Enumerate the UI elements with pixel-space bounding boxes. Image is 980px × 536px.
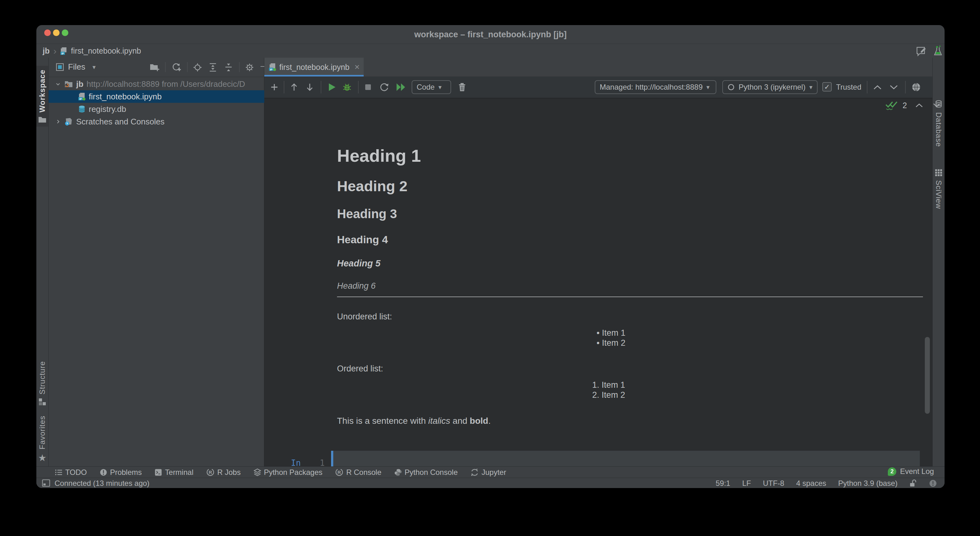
tab-label: first_notebook.ipynb	[279, 63, 350, 72]
left-tool-stripe: Workspace Structure Favorites ★	[37, 58, 49, 466]
markdown-heading-3: Heading 3	[337, 207, 397, 221]
breadcrumb-file[interactable]: first_notebook.ipynb	[71, 46, 141, 56]
svg-text:IP: IP	[62, 52, 64, 55]
kernel-dropdown[interactable]: Python 3 (ipykernel) ▾	[722, 80, 818, 94]
close-tab-icon[interactable]: ×	[355, 62, 360, 72]
move-cell-down-button[interactable]	[305, 76, 314, 98]
experiment-flask-icon[interactable]	[933, 45, 943, 57]
database-tab-label: Database	[934, 112, 943, 147]
markdown-heading-4: Heading 4	[337, 234, 388, 246]
list-item: • Item 2	[597, 338, 625, 348]
ul-item-2: Item 2	[602, 338, 625, 348]
files-panel-title[interactable]: Files	[68, 62, 85, 72]
chevron-up-icon[interactable]	[915, 103, 923, 108]
select-opened-file-button[interactable]	[193, 63, 202, 72]
debug-cell-button[interactable]	[342, 76, 352, 98]
tool-button-r-jobs[interactable]: R R Jobs	[206, 468, 241, 477]
editor-tab-bar: IP first_notebook.ipynb ×	[264, 58, 932, 76]
chevron-down-icon[interactable]	[933, 103, 941, 108]
star-icon: ★	[38, 453, 47, 463]
tool-button-todo[interactable]: TODO	[55, 468, 87, 477]
chevron-down-icon: ▾	[706, 83, 710, 91]
tool-window-button-structure[interactable]: Structure	[37, 361, 48, 408]
tool-button-label: Problems	[110, 468, 142, 477]
collapse-all-button[interactable]	[224, 63, 233, 72]
unordered-list-title: Unordered list:	[337, 312, 392, 321]
event-log-button[interactable]: 2 Event Log	[888, 467, 934, 476]
jupyter-server-dropdown[interactable]: Managed: http://localhost:8889 ▾	[595, 80, 716, 94]
synced-folder-icon	[64, 80, 73, 88]
favorites-tab-label: Favorites	[38, 416, 47, 450]
tool-window-button-favorites[interactable]: Favorites ★	[37, 416, 48, 461]
chevron-collapsed-icon[interactable]	[55, 118, 61, 125]
notifications-icon[interactable]	[929, 479, 937, 487]
tool-button-label: Jupyter	[482, 468, 506, 477]
settings-gear-icon[interactable]	[245, 63, 254, 72]
inspections-count: 2	[902, 101, 907, 110]
inspections-widget[interactable]: 2	[885, 100, 941, 110]
toggle-tool-windows-icon[interactable]	[42, 479, 50, 487]
indent-size[interactable]: 4 spaces	[796, 479, 826, 488]
run-all-cells-button[interactable]	[396, 76, 407, 98]
vertical-scrollbar[interactable]	[925, 337, 930, 414]
notebook-content: 2 Heading 1 Heading 2 Heading 3 Heading …	[264, 99, 932, 466]
stop-kernel-button[interactable]	[364, 76, 372, 98]
connection-status[interactable]: Connected (13 minutes ago)	[54, 479, 150, 488]
move-cell-up-button[interactable]	[290, 76, 298, 98]
tool-button-problems[interactable]: Problems	[100, 468, 142, 477]
tool-window-button-sciview[interactable]: SciView	[933, 169, 945, 231]
markdown-heading-6: Heading 6	[337, 281, 375, 291]
line-ending[interactable]: LF	[742, 479, 751, 488]
markdown-heading-5: Heading 5	[337, 258, 380, 269]
tool-button-r-console[interactable]: R R Console	[335, 468, 381, 477]
scratches-icon	[64, 117, 73, 126]
cell-type-dropdown[interactable]: Code ▾	[412, 80, 451, 94]
tree-row-registry-db[interactable]: registry.db	[49, 103, 264, 115]
tool-button-jupyter[interactable]: Jupyter	[471, 468, 506, 477]
folder-icon	[38, 116, 46, 123]
svg-text:R: R	[338, 469, 341, 475]
tab-first-notebook[interactable]: IP first_notebook.ipynb ×	[264, 58, 364, 76]
sciview-grid-icon	[935, 169, 942, 177]
tree-row-notebook-file[interactable]: IP first_notebook.ipynb	[49, 90, 264, 103]
tool-button-terminal[interactable]: Terminal	[154, 468, 193, 477]
feedback-icon[interactable]	[916, 46, 928, 57]
chevron-expanded-icon[interactable]	[55, 81, 61, 87]
event-log-badge: 2	[888, 468, 896, 476]
chevron-down-icon[interactable]: ▾	[92, 63, 95, 71]
add-cell-button[interactable]	[270, 76, 278, 98]
run-cell-button[interactable]	[328, 76, 336, 98]
title-bar: workspace – first_notebook.ipynb [jb]	[37, 25, 945, 44]
refresh-button[interactable]	[172, 63, 181, 72]
trusted-checkbox[interactable]: ✓	[822, 82, 832, 92]
tree-row-scratches[interactable]: Scratches and Consoles	[49, 115, 264, 128]
interpreter[interactable]: Python 3.9 (base)	[838, 479, 897, 488]
status-bar: Connected (13 minutes ago) 59:1 LF UTF-8…	[37, 478, 945, 488]
database-file-icon	[78, 105, 86, 113]
next-cell-button[interactable]	[889, 76, 898, 98]
previous-cell-button[interactable]	[873, 76, 882, 98]
list-item: 2. Item 2	[592, 390, 625, 400]
tool-button-python-console[interactable]: Python Console	[395, 468, 458, 477]
delete-cell-button[interactable]	[458, 76, 466, 98]
caret-position[interactable]: 59:1	[716, 479, 730, 488]
editor-area: IP first_notebook.ipynb ×	[264, 58, 932, 466]
unlock-icon[interactable]	[910, 479, 917, 488]
tree-item-db-label: registry.db	[89, 104, 126, 114]
expand-all-button[interactable]	[208, 63, 217, 72]
ol-item-2: Item 2	[601, 390, 625, 400]
files-tool-window: Files ▾ —	[49, 58, 264, 466]
bottom-tool-window-bar: TODO Problems Terminal R R Jobs Python P…	[37, 466, 945, 478]
workspace-tab-label: Workspace	[38, 70, 47, 113]
tool-button-python-packages[interactable]: Python Packages	[254, 468, 323, 477]
sentence-italic: italics	[428, 416, 450, 426]
structure-tab-label: Structure	[38, 361, 47, 394]
file-encoding[interactable]: UTF-8	[763, 479, 784, 488]
tool-window-button-workspace[interactable]: Workspace	[37, 66, 48, 127]
restart-kernel-button[interactable]	[379, 76, 389, 98]
open-in-browser-globe-icon[interactable]	[911, 76, 921, 98]
new-folder-button[interactable]	[150, 63, 159, 72]
tree-row-jb-root[interactable]: jb http://localhost:8889 from /Users/dra…	[49, 78, 264, 90]
chevron-right-icon: ›	[53, 48, 56, 54]
breadcrumb-root[interactable]: jb	[43, 46, 49, 56]
